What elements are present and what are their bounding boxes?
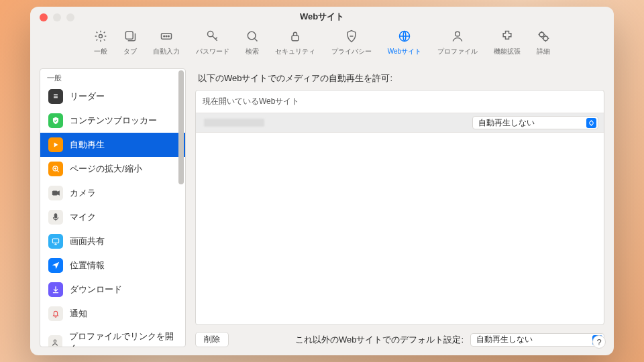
toolbar-privacy[interactable]: プライバシー	[331, 29, 372, 56]
main-bottom-bar: 削除 これ以外のWebサイトでのデフォルト設定: 自動再生しない	[195, 325, 604, 347]
toolbar-security[interactable]: セキュリティ	[275, 29, 315, 56]
minimize-window-icon[interactable]	[53, 13, 61, 21]
toolbar-label: 機能拡張	[494, 47, 521, 56]
sidebar-item-mic[interactable]: マイク	[40, 205, 185, 229]
sidebar-item-camera[interactable]: カメラ	[40, 181, 185, 205]
toolbar-advanced[interactable]: 詳細	[537, 29, 550, 56]
sidebar: 一般 リーダーコンテンツブロッカー自動再生ページの拡大/縮小カメラマイク画面共有…	[40, 68, 186, 347]
toolbar-label: タブ	[123, 47, 137, 56]
sidebar-list: リーダーコンテンツブロッカー自動再生ページの拡大/縮小カメラマイク画面共有位置情…	[40, 84, 185, 347]
tabs-icon	[123, 29, 137, 44]
titlebar: Webサイト	[30, 7, 614, 27]
autofill-icon	[160, 29, 173, 44]
toolbar-extensions[interactable]: 機能拡張	[494, 29, 521, 56]
downloads-icon	[48, 282, 63, 297]
sidebar-item-zoom[interactable]: ページの拡大/縮小	[40, 157, 185, 181]
toolbar-label: パスワード	[196, 47, 229, 56]
toolbar-label: プロファイル	[437, 47, 478, 56]
sidebar-item-label: プロファイルでリンクを開く	[69, 330, 177, 347]
sidebar-item-label: リーダー	[70, 90, 105, 103]
sidebar-item-location[interactable]: 位置情報	[40, 253, 185, 278]
svg-rect-16	[52, 239, 58, 243]
site-autoplay-value: 自動再生しない	[478, 117, 535, 129]
toolbar-profiles[interactable]: プロファイル	[437, 29, 478, 56]
privacy-icon	[345, 29, 358, 44]
default-setting-label: これ以外のWebサイトでのデフォルト設定:	[295, 334, 464, 346]
site-row[interactable]: 自動再生しない	[196, 113, 604, 133]
default-autoplay-value: 自動再生しない	[476, 334, 533, 345]
preferences-window: Webサイト 一般タブ自動入力パスワード検索セキュリティプライバシーWebサイト…	[30, 7, 614, 355]
sidebar-item-label: コンテンツブロッカー	[70, 115, 157, 127]
main-heading: 以下のWebサイトでのメディアの自動再生を許可:	[195, 68, 604, 90]
site-autoplay-select[interactable]: 自動再生しない	[472, 116, 598, 129]
toolbar-label: 一般	[94, 47, 107, 56]
sidebar-item-label: マイク	[70, 211, 96, 223]
general-icon	[94, 29, 107, 44]
preferences-toolbar: 一般タブ自動入力パスワード検索セキュリティプライバシーWebサイトプロファイル機…	[30, 27, 614, 63]
notifications-icon	[48, 306, 63, 321]
site-list-box: 現在開いているWebサイト 自動再生しない	[195, 90, 604, 325]
svg-point-5	[168, 36, 169, 37]
toolbar-autofill[interactable]: 自動入力	[153, 29, 180, 56]
sidebar-item-label: カメラ	[70, 187, 96, 199]
camera-icon	[48, 186, 63, 200]
websites-icon	[398, 29, 411, 44]
help-button[interactable]: ?	[592, 335, 606, 349]
toolbar-websites[interactable]: Webサイト	[388, 29, 421, 56]
maximize-window-icon[interactable]	[66, 13, 74, 21]
sidebar-item-label: 自動再生	[70, 139, 105, 151]
sidebar-item-label: ページの拡大/縮小	[70, 163, 142, 175]
sidebar-item-notifications[interactable]: 通知	[40, 302, 185, 326]
toolbar-label: 詳細	[537, 47, 550, 56]
toolbar-label: プライバシー	[331, 47, 372, 56]
search-icon	[246, 29, 259, 44]
screenshare-icon	[48, 234, 63, 249]
toolbar-label: 検索	[246, 47, 259, 56]
sidebar-item-reader[interactable]: リーダー	[40, 84, 185, 109]
svg-rect-8	[292, 36, 299, 40]
open-links-icon	[48, 335, 62, 347]
svg-point-3	[164, 36, 165, 37]
location-icon	[48, 258, 63, 273]
sidebar-item-content-blocker[interactable]: コンテンツブロッカー	[40, 109, 185, 133]
svg-point-4	[166, 36, 167, 37]
site-name-redacted	[204, 119, 264, 127]
default-autoplay-select[interactable]: 自動再生しない	[470, 333, 604, 347]
svg-point-0	[99, 35, 102, 38]
sidebar-item-screenshare[interactable]: 画面共有	[40, 229, 185, 253]
svg-rect-1	[125, 32, 133, 39]
svg-point-17	[54, 340, 57, 343]
toolbar-search[interactable]: 検索	[246, 29, 259, 56]
mic-icon	[48, 210, 63, 225]
sidebar-item-label: 位置情報	[70, 259, 105, 272]
window-title: Webサイト	[300, 11, 344, 23]
passwords-icon	[206, 29, 219, 44]
chevron-updown-icon	[586, 118, 596, 128]
sidebar-item-autoplay[interactable]: 自動再生	[40, 133, 185, 157]
sidebar-item-label: 通知	[70, 308, 87, 320]
svg-point-11	[539, 32, 544, 37]
toolbar-passwords[interactable]: パスワード	[196, 29, 229, 56]
close-window-icon[interactable]	[40, 13, 48, 21]
svg-point-7	[248, 32, 256, 40]
extensions-icon	[500, 29, 514, 44]
toolbar-general[interactable]: 一般	[94, 29, 107, 56]
svg-rect-15	[54, 214, 57, 218]
sidebar-item-label: 画面共有	[70, 235, 105, 247]
toolbar-label: 自動入力	[153, 47, 180, 56]
sidebar-scrollbar[interactable]	[178, 70, 184, 184]
reader-icon	[48, 89, 63, 104]
svg-point-10	[455, 32, 460, 36]
autoplay-icon	[48, 137, 63, 152]
remove-button[interactable]: 削除	[195, 332, 229, 347]
sidebar-item-downloads[interactable]: ダウンロード	[40, 278, 185, 302]
profiles-icon	[451, 29, 464, 44]
sidebar-item-label: ダウンロード	[70, 284, 122, 296]
toolbar-tabs[interactable]: タブ	[123, 29, 137, 56]
toolbar-label: Webサイト	[388, 47, 421, 56]
content-blocker-icon	[48, 113, 63, 128]
currently-open-header: 現在開いているWebサイト	[196, 90, 604, 113]
toolbar-label: セキュリティ	[275, 47, 315, 56]
sidebar-item-open-links[interactable]: プロファイルでリンクを開く	[40, 326, 185, 347]
advanced-icon	[537, 29, 550, 44]
